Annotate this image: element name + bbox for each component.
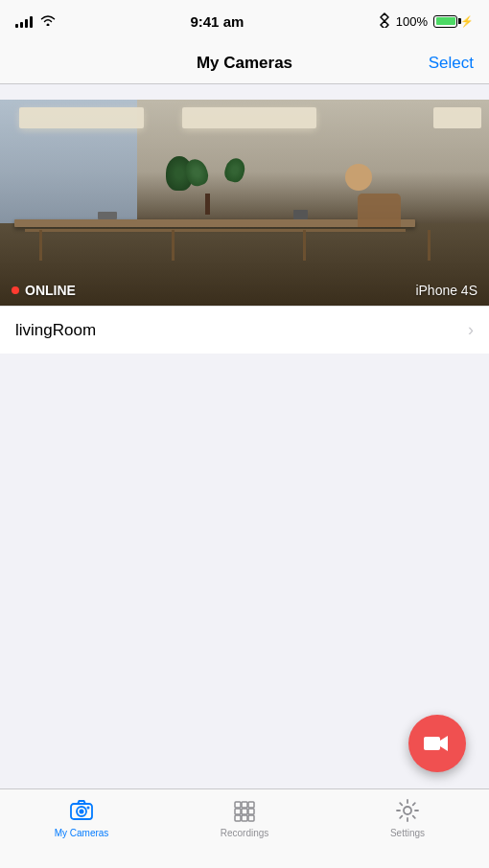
tab-my-cameras[interactable]: My Cameras — [0, 797, 163, 838]
camera-name-label: livingRoom — [15, 321, 96, 340]
nav-bar: My Cameras Select — [0, 42, 489, 84]
select-button[interactable]: Select — [429, 54, 474, 73]
svg-rect-0 — [424, 737, 440, 750]
wifi-icon — [40, 14, 56, 29]
svg-rect-13 — [248, 815, 254, 821]
tab-bar: My Cameras Recordings Set — [0, 788, 489, 868]
svg-rect-7 — [248, 802, 254, 808]
tab-recordings-label: Recordings — [221, 828, 269, 838]
battery-percent-text: 100% — [396, 14, 428, 29]
online-dot-icon — [12, 286, 19, 294]
status-bar: 9:41 am 100% ⚡ — [0, 0, 489, 42]
chevron-right-icon: › — [468, 320, 474, 340]
tab-settings[interactable]: Settings — [326, 797, 489, 838]
camera-card[interactable]: ONLINE iPhone 4S livingRoom › — [0, 100, 489, 354]
device-type-text: iPhone 4S — [415, 283, 477, 298]
camera-tab-icon — [68, 797, 95, 824]
camera-list: ONLINE iPhone 4S livingRoom › — [0, 84, 489, 369]
tab-recordings[interactable]: Recordings — [163, 797, 326, 838]
recordings-tab-icon — [231, 797, 258, 824]
camera-overlay: ONLINE iPhone 4S — [0, 275, 489, 306]
status-left — [15, 14, 56, 29]
svg-rect-11 — [235, 815, 241, 821]
svg-rect-6 — [242, 802, 247, 808]
tab-my-cameras-label: My Cameras — [55, 828, 109, 838]
svg-point-3 — [80, 810, 84, 814]
svg-rect-12 — [242, 815, 247, 821]
svg-point-14 — [404, 807, 411, 814]
video-camera-icon — [424, 734, 451, 753]
svg-rect-9 — [242, 809, 247, 814]
bluetooth-icon — [379, 12, 390, 31]
signal-bars-icon — [15, 14, 33, 28]
svg-point-4 — [87, 807, 90, 810]
tab-settings-label: Settings — [390, 828, 425, 838]
settings-tab-icon — [394, 797, 421, 824]
camera-thumbnail: ONLINE iPhone 4S — [0, 100, 489, 306]
svg-rect-8 — [235, 809, 241, 814]
status-right: 100% ⚡ — [379, 12, 474, 31]
battery-icon: ⚡ — [433, 15, 474, 28]
svg-rect-5 — [235, 802, 241, 808]
svg-rect-10 — [248, 809, 254, 814]
status-time: 9:41 am — [190, 13, 244, 30]
online-status-text: ONLINE — [25, 283, 76, 298]
add-camera-fab-button[interactable] — [408, 715, 466, 772]
page-title: My Cameras — [197, 54, 292, 73]
online-indicator: ONLINE — [12, 283, 76, 298]
camera-info-row[interactable]: livingRoom › — [0, 306, 489, 354]
